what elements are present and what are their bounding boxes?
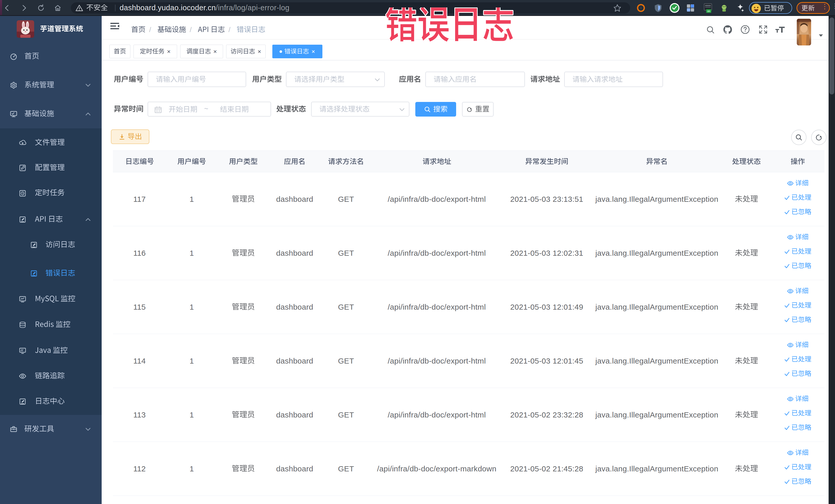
svg-text:on: on [707,10,710,13]
